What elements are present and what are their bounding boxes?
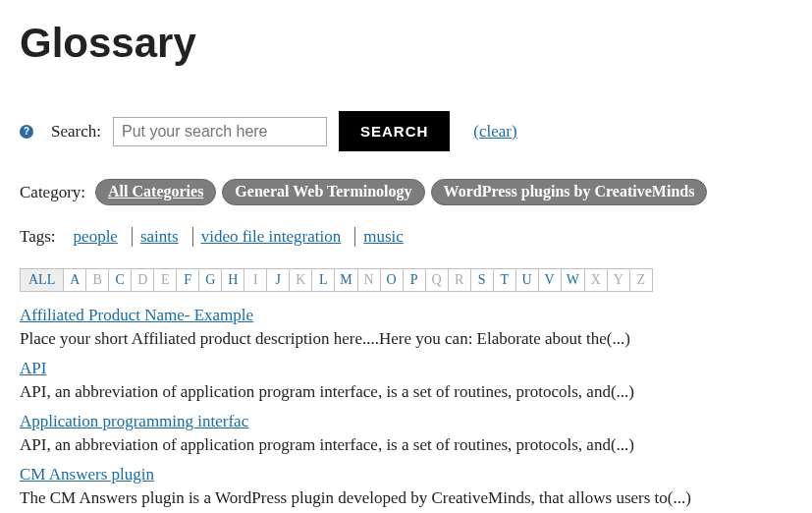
search-button[interactable]: SEARCH — [339, 111, 450, 151]
category-pill-all[interactable]: All Categories — [95, 179, 216, 205]
alpha-letter-s[interactable]: S — [470, 268, 494, 292]
entry: APIAPI, an abbreviation of application p… — [20, 359, 792, 402]
alpha-letter-t[interactable]: T — [493, 268, 516, 292]
alpha-letter-p[interactable]: P — [403, 268, 426, 292]
search-label: Search: — [51, 122, 101, 142]
entry-desc: API, an abbreviation of application prog… — [20, 435, 792, 455]
entry-title[interactable]: Application programming interfac — [20, 412, 248, 431]
alpha-letter-q: Q — [425, 268, 449, 292]
page-title: Glossary — [20, 20, 792, 67]
entry: CM Answers pluginThe CM Answers plugin i… — [20, 465, 792, 508]
help-icon[interactable]: ? — [20, 125, 33, 139]
entry-title[interactable]: CM Answers plugin — [20, 465, 154, 484]
alpha-letter-v[interactable]: V — [538, 268, 562, 292]
alpha-letter-n: N — [357, 268, 381, 292]
alpha-letter-f[interactable]: F — [176, 268, 199, 292]
tag-item[interactable]: people — [66, 227, 126, 247]
tags-label: Tags: — [20, 227, 56, 247]
entry-title[interactable]: API — [20, 359, 46, 378]
alpha-letter-l[interactable]: L — [311, 268, 335, 292]
alpha-all[interactable]: ALL — [20, 268, 64, 292]
entry-desc: API, an abbreviation of application prog… — [20, 382, 792, 402]
search-input[interactable] — [113, 117, 327, 146]
entry-desc: The CM Answers plugin is a WordPress plu… — [20, 488, 792, 508]
alpha-letter-k: K — [289, 268, 312, 292]
tag-item[interactable]: music — [354, 227, 411, 247]
category-pill-wordpress[interactable]: WordPress plugins by CreativeMinds — [431, 179, 708, 205]
entries-list: Affiliated Product Name- ExamplePlace yo… — [20, 306, 792, 508]
category-pill-general[interactable]: General Web Terminology — [222, 179, 424, 205]
tag-item[interactable]: video file integration — [192, 227, 350, 247]
alpha-letter-a[interactable]: A — [63, 268, 86, 292]
tags-row: Tags: people saints video file integrati… — [20, 227, 792, 247]
alpha-bar: ALL ABCDEFGHIJKLMNOPQRSTUVWXYZ — [20, 268, 792, 292]
alpha-letter-u[interactable]: U — [515, 268, 539, 292]
entry-desc: Place your short Affiliated product desc… — [20, 329, 792, 349]
alpha-letter-x: X — [584, 268, 608, 292]
tag-item[interactable]: saints — [132, 227, 187, 247]
alpha-letter-j[interactable]: J — [266, 268, 290, 292]
category-label: Category: — [20, 183, 85, 202]
alpha-letter-g[interactable]: G — [198, 268, 222, 292]
clear-link[interactable]: (clear) — [473, 122, 516, 142]
entry: Application programming interfacAPI, an … — [20, 412, 792, 455]
alpha-letter-i: I — [244, 268, 267, 292]
alpha-letter-c[interactable]: C — [108, 268, 132, 292]
search-row: ? Search: SEARCH (clear) — [20, 111, 792, 151]
alpha-letter-h[interactable]: H — [221, 268, 244, 292]
alpha-letter-e: E — [153, 268, 177, 292]
entry: Affiliated Product Name- ExamplePlace yo… — [20, 306, 792, 349]
alpha-letter-m[interactable]: M — [334, 268, 357, 292]
alpha-letter-o[interactable]: O — [380, 268, 404, 292]
entry-title[interactable]: Affiliated Product Name- Example — [20, 306, 253, 325]
alpha-letter-d: D — [131, 268, 154, 292]
category-row: Category: All Categories General Web Ter… — [20, 179, 792, 205]
alpha-letter-z: Z — [629, 268, 653, 292]
alpha-letter-w[interactable]: W — [561, 268, 585, 292]
alpha-letter-b: B — [85, 268, 109, 292]
alpha-letter-y: Y — [607, 268, 630, 292]
alpha-letter-r: R — [448, 268, 471, 292]
